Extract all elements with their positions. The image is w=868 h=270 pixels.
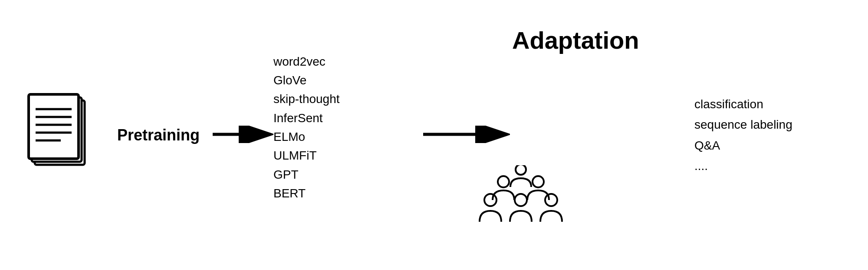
svg-rect-2 (29, 94, 79, 159)
model-item: word2vec (273, 52, 340, 71)
svg-point-13 (515, 194, 527, 206)
task-list: classification sequence labeling Q&A ...… (694, 93, 792, 176)
svg-point-12 (484, 194, 496, 206)
svg-point-14 (545, 194, 557, 206)
model-item: InferSent (273, 109, 340, 127)
pretraining-label: Pretraining (117, 126, 200, 144)
adaptation-label: Adaptation (512, 26, 639, 54)
svg-point-16 (533, 176, 544, 187)
arrow2-horizontal (423, 126, 510, 145)
task-item: sequence labeling (694, 114, 792, 135)
svg-point-17 (516, 165, 526, 175)
model-item: ELMo (273, 127, 340, 146)
document-icon (26, 92, 95, 179)
people-icon (477, 165, 564, 232)
task-item: .... (694, 156, 792, 177)
model-item: BERT (273, 184, 340, 203)
svg-point-15 (498, 176, 509, 187)
model-item: skip-thought (273, 90, 340, 108)
model-list: word2vec GloVe skip-thought InferSent EL… (273, 52, 340, 203)
task-item: Q&A (694, 135, 792, 156)
model-item: ULMFiT (273, 147, 340, 165)
model-item: GloVe (273, 71, 340, 90)
task-item: classification (694, 93, 792, 114)
diagram-container: Pretraining word2vec GloVe skip-thought … (0, 0, 868, 270)
arrow1 (213, 126, 273, 145)
model-item: GPT (273, 165, 340, 184)
